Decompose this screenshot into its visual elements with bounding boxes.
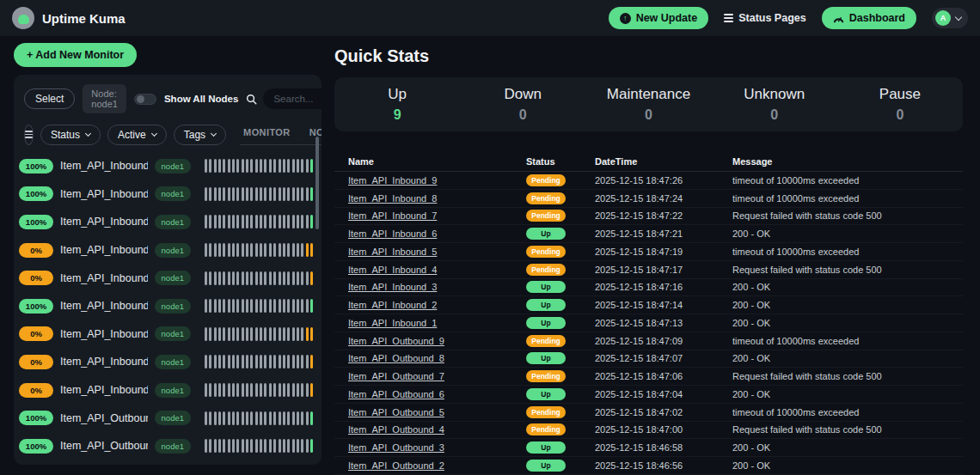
monitor-link[interactable]: Item_API_Outbound_9 [348, 336, 444, 346]
monitor-link[interactable]: Item_API_Inbound_3 [348, 282, 437, 292]
monitor-list-item[interactable]: 0% Item_API_Inbound_4 node1 [19, 236, 313, 265]
monitor-name: Item_API_Inbound_3 [60, 216, 148, 228]
monitor-link[interactable]: Item_API_Outbound_6 [348, 389, 444, 399]
monitor-link[interactable]: Item_API_Inbound_8 [348, 193, 437, 204]
monitor-link[interactable]: Item_API_Outbound_3 [348, 442, 444, 453]
monitor-name: Item_API_Outbound_2 [60, 440, 148, 452]
brand[interactable]: Uptime Kuma [12, 7, 126, 29]
filter-icon[interactable] [24, 125, 34, 145]
heartbeat-beat [209, 299, 211, 313]
heartbeat-beat [232, 439, 235, 453]
heartbeat-beat [264, 299, 266, 313]
heartbeat-beat [269, 159, 272, 173]
heartbeat-beat [250, 215, 253, 228]
monitor-list-item[interactable]: 0% Item_API_Inbound_7 node1 [19, 320, 313, 349]
monitor-list-scrollbar[interactable] [315, 137, 319, 229]
monitor-list-item[interactable]: 100% Item_API_Outbound_3 node1 [19, 460, 313, 465]
main-area: Quick Stats Up 9 Down 0 Maintenance 0 Un… [323, 36, 980, 475]
monitor-link[interactable]: Item_API_Outbound_8 [348, 353, 444, 363]
heartbeat-beat [232, 383, 235, 397]
heartbeat-beat [269, 327, 272, 341]
monitor-name: Item_API_Inbound_9 [60, 384, 148, 396]
monitor-list-item[interactable]: 0% Item_API_Inbound_5 node1 [19, 264, 313, 292]
select-button[interactable]: Select [24, 88, 75, 109]
status-badge: Pending [526, 210, 566, 222]
monitor-list-item[interactable]: 100% Item_API_Inbound_2 node1 [19, 180, 313, 209]
heartbeat-beat [269, 299, 272, 313]
monitor-list-item[interactable]: 100% Item_API_Inbound_6 node1 [19, 292, 313, 320]
heartbeat-beat [279, 271, 281, 285]
monitor-link[interactable]: Item_API_Inbound_5 [348, 247, 437, 257]
status-badge: Pending [526, 192, 566, 204]
monitor-list-item[interactable]: 100% Item_API_Inbound_3 node1 [19, 208, 313, 236]
heartbeat-beat [209, 243, 211, 257]
dashboard-button[interactable]: Dashboard [822, 7, 916, 29]
monitor-link[interactable]: Item_API_Outbound_7 [348, 371, 444, 381]
table-row: Item_API_Outbound_5 Pending 2025-12-15 1… [334, 404, 963, 422]
status-badge: Pending [526, 246, 566, 258]
heartbeat-beat [205, 439, 207, 453]
add-new-monitor-button[interactable]: + Add New Monitor [14, 43, 137, 67]
event-datetime: 2025-12-15 18:46:58 [595, 442, 732, 453]
search-input[interactable] [263, 88, 322, 109]
new-update-button[interactable]: ↑ New Update [609, 7, 709, 29]
heartbeat-beat [214, 439, 217, 453]
heartbeat-bar [205, 159, 313, 173]
event-datetime: 2025-12-15 18:47:17 [595, 265, 732, 275]
heartbeat-beat [236, 215, 239, 228]
heartbeat-beat [214, 411, 217, 425]
heartbeat-beat [310, 439, 313, 453]
heartbeat-beat [205, 383, 207, 397]
monitor-list-item[interactable]: 100% Item_API_Outbound_2 node1 [19, 432, 313, 460]
monitor-link[interactable]: Item_API_Inbound_4 [348, 265, 437, 275]
active-filter-dropdown[interactable]: Active [107, 125, 167, 145]
heartbeat-beat [260, 355, 262, 368]
event-message: 200 - OK [732, 282, 963, 292]
heartbeat-bar [205, 215, 313, 228]
heartbeat-beat [209, 439, 211, 453]
heartbeat-beat [264, 355, 266, 368]
heartbeat-beat [255, 215, 258, 228]
heartbeat-beat [218, 439, 221, 453]
event-datetime: 2025-12-15 18:47:22 [595, 210, 732, 221]
monitor-name: Item_API_Outbound_1 [60, 412, 148, 424]
user-menu[interactable]: A [932, 8, 968, 28]
heartbeat-beat [297, 327, 299, 341]
heartbeat-beat [273, 243, 276, 257]
monitor-list-item[interactable]: 0% Item_API_Inbound_8 node1 [19, 348, 313, 376]
monitor-link[interactable]: Item_API_Inbound_7 [348, 210, 437, 221]
heartbeat-beat [246, 243, 248, 257]
monitor-link[interactable]: Item_API_Inbound_1 [348, 318, 437, 328]
heartbeat-beat [232, 243, 235, 257]
table-row: Item_API_Inbound_7 Pending 2025-12-15 18… [334, 208, 963, 226]
uptime-badge: 100% [19, 299, 53, 314]
heartbeat-bar [205, 243, 313, 257]
status-badge: Up [526, 228, 566, 240]
monitor-link[interactable]: Item_API_Inbound_2 [348, 300, 437, 310]
monitor-link[interactable]: Item_API_Outbound_2 [348, 460, 444, 471]
heartbeat-beat [287, 411, 290, 425]
heartbeat-beat [283, 159, 285, 173]
tab-nodestatus[interactable]: NODESTATUS [309, 127, 322, 137]
heartbeat-beat [223, 327, 225, 341]
tab-monitor[interactable]: MONITOR [243, 127, 291, 137]
status-pages-link[interactable]: Status Pages [724, 12, 806, 24]
monitor-link[interactable]: Item_API_Inbound_9 [348, 175, 437, 186]
heartbeat-beat [255, 243, 258, 257]
tags-filter-dropdown[interactable]: Tags [174, 125, 226, 145]
monitor-link[interactable]: Item_API_Inbound_6 [348, 228, 437, 239]
monitor-link[interactable]: Item_API_Outbound_5 [348, 407, 444, 417]
monitor-link[interactable]: Item_API_Outbound_4 [348, 424, 444, 435]
status-filter-dropdown[interactable]: Status [40, 125, 101, 145]
heartbeat-beat [214, 243, 217, 257]
monitor-list-item[interactable]: 100% Item_API_Outbound_1 node1 [19, 404, 313, 432]
monitor-list-item[interactable]: 0% Item_API_Inbound_9 node1 [19, 376, 313, 405]
heartbeat-beat [279, 299, 281, 313]
heartbeat-bar [205, 271, 313, 285]
show-all-nodes-toggle[interactable] [134, 94, 156, 105]
heartbeat-beat [218, 355, 221, 368]
monitor-list-item[interactable]: 100% Item_API_Inbound_1 node1 [19, 152, 313, 180]
heartbeat-beat [283, 271, 285, 285]
event-datetime: 2025-12-15 18:47:00 [595, 424, 732, 435]
search-icon [246, 94, 257, 105]
